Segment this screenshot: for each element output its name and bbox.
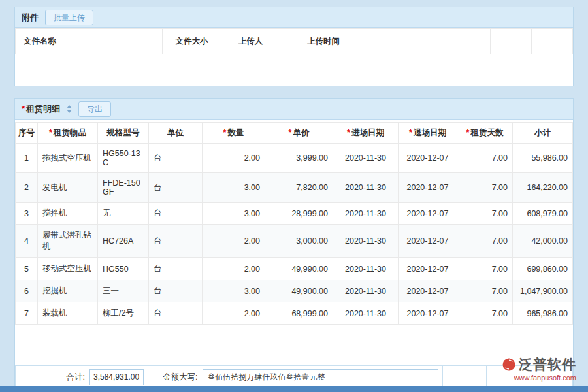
attachment-empty-body — [15, 54, 573, 86]
rental-cell: 49,990.00 — [265, 258, 333, 280]
rental-cell: HG550 — [98, 258, 149, 280]
required-asterisk: * — [22, 104, 25, 114]
rental-cell: 拖拽式空压机 — [38, 144, 98, 173]
rental-panel: *租赁明细 导出 序号*租赁物品规格型号单位*数量*单价*进场日期*退场日期*租… — [14, 98, 574, 392]
rental-cell: 7.00 — [457, 225, 513, 258]
fanpu-logo-row: 泛普软件 — [502, 355, 576, 374]
rental-cell: 2020-11-30 — [333, 280, 399, 302]
rental-cell: 4 — [16, 225, 38, 258]
required-asterisk: * — [409, 128, 412, 137]
attachment-column-header: 文件名称 — [16, 29, 163, 54]
rental-cell: 1 — [16, 144, 38, 173]
rental-cell: 965,986.00 — [513, 302, 573, 325]
rental-cell: 台 — [149, 302, 203, 325]
rental-cell: 台 — [149, 173, 203, 203]
rental-cell: 2020-11-30 — [333, 203, 399, 225]
amount-words-field: 金额大写: 叁佰伍拾捌万肆仟玖佰叁拾壹元整 — [148, 366, 443, 388]
rental-cell: 2.00 — [203, 302, 265, 325]
rental-cell: 2.00 — [203, 258, 265, 280]
rental-cell: 台 — [149, 203, 203, 225]
rental-empty-space — [15, 325, 573, 365]
rental-cell: 7 — [16, 302, 38, 325]
attachment-column-header — [532, 29, 573, 54]
rental-cell: 164,220.00 — [513, 173, 573, 203]
total-label: 合计: — [67, 372, 85, 383]
rental-cell: 699,860.00 — [513, 258, 573, 280]
rental-cell: 2020-12-07 — [399, 280, 457, 302]
attachment-column-header — [367, 29, 408, 54]
rental-cell: 台 — [149, 144, 203, 173]
rental-cell: 3.00 — [203, 280, 265, 302]
rental-column-header: 序号 — [16, 123, 38, 144]
rental-cell: FFDE-150GF — [98, 173, 149, 203]
rental-cell: HG550-13C — [98, 144, 149, 173]
required-asterisk: * — [466, 128, 470, 137]
rental-cell: 2020-11-30 — [333, 144, 399, 173]
rental-cell: 55,986.00 — [513, 144, 573, 173]
attachment-column-header: 上传人 — [221, 29, 280, 54]
rental-row[interactable]: 5移动式空压机HG550台2.0049,990.002020-11-302020… — [16, 258, 573, 280]
rental-column-header: *数量 — [203, 123, 265, 144]
rental-row[interactable]: 7装载机柳工/2号台2.0068,999.002020-11-302020-12… — [16, 302, 573, 325]
rental-column-header: *进场日期 — [333, 123, 399, 144]
rental-cell: HC726A — [98, 225, 149, 258]
rental-cell: 2 — [16, 173, 38, 203]
rental-column-header: 小计 — [513, 123, 573, 144]
rental-row[interactable]: 4履带式潜孔钻机HC726A台2.003,000.002020-11-30202… — [16, 225, 573, 258]
rental-cell: 搅拌机 — [38, 203, 98, 225]
rental-cell: 608,979.00 — [513, 203, 573, 225]
attachment-panel-header: 附件 批量上传 — [15, 7, 573, 28]
export-button[interactable]: 导出 — [78, 101, 111, 117]
rental-cell: 发电机 — [38, 173, 98, 203]
rental-row[interactable]: 3搅拌机无台3.0028,999.002020-11-302020-12-077… — [16, 203, 573, 225]
rental-cell: 2.00 — [203, 144, 265, 173]
rental-cell: 49,900.00 — [265, 280, 333, 302]
rental-cell: 68,999.00 — [265, 302, 333, 325]
fanpu-logo-icon — [502, 357, 516, 372]
rental-cell: 3.00 — [203, 203, 265, 225]
rental-cell: 装载机 — [38, 302, 98, 325]
rental-cell: 台 — [149, 280, 203, 302]
rental-cell: 3.00 — [203, 173, 265, 203]
rental-table: 序号*租赁物品规格型号单位*数量*单价*进场日期*退场日期*租赁天数小计 1拖拽… — [15, 122, 573, 325]
rental-cell: 42,000.00 — [513, 225, 573, 258]
rental-cell: 3,000.00 — [265, 225, 333, 258]
rental-cell: 7.00 — [457, 173, 513, 203]
rental-cell: 履带式潜孔钻机 — [38, 225, 98, 258]
rental-column-header: *租赁天数 — [457, 123, 513, 144]
rental-column-header: 单位 — [149, 123, 203, 144]
rental-cell: 台 — [149, 225, 203, 258]
attachment-panel: 附件 批量上传 文件名称文件大小上传人上传时间 — [14, 7, 574, 86]
rental-cell: 2020-12-07 — [399, 225, 457, 258]
rental-cell: 3,999.00 — [265, 144, 333, 173]
rental-cell: 台 — [149, 258, 203, 280]
amount-words-value: 叁佰伍拾捌万肆仟玖佰叁拾壹元整 — [203, 369, 438, 385]
rental-cell: 2020-11-30 — [333, 225, 399, 258]
rental-cell: 7.00 — [457, 203, 513, 225]
rental-cell: 7.00 — [457, 302, 513, 325]
page: 附件 批量上传 文件名称文件大小上传人上传时间 *租赁明细 导出 序号*租赁物品… — [0, 0, 588, 392]
rental-row[interactable]: 1拖拽式空压机HG550-13C台2.003,999.002020-11-302… — [16, 144, 573, 173]
rental-cell: 移动式空压机 — [38, 258, 98, 280]
rental-cell: 挖掘机 — [38, 280, 98, 302]
sort-arrows-icon[interactable] — [67, 105, 72, 113]
fanpu-logo: 泛普软件 www.fanpusoft.com — [502, 355, 576, 382]
rental-cell: 3 — [16, 203, 38, 225]
rental-panel-header: *租赁明细 导出 — [15, 99, 573, 120]
rental-cell: 2.00 — [203, 225, 265, 258]
rental-row[interactable]: 2发电机FFDE-150GF台3.007,820.002020-11-30202… — [16, 173, 573, 203]
brand-name: 泛普软件 — [519, 355, 576, 374]
rental-cell: 7,820.00 — [265, 173, 333, 203]
attachment-title: 附件 — [22, 12, 39, 24]
rental-cell: 7.00 — [457, 258, 513, 280]
attachment-column-header — [491, 29, 532, 54]
brand-url: www.fanpusoft.com — [502, 374, 576, 382]
rental-row[interactable]: 6挖掘机三一台3.0049,900.002020-11-302020-12-07… — [16, 280, 573, 302]
required-asterisk: * — [49, 128, 52, 137]
summary-row: 合计: 3,584,931.00 金额大写: 叁佰伍拾捌万肆仟玖佰叁拾壹元整 — [15, 365, 573, 389]
rental-title: *租赁明细 — [22, 103, 60, 115]
batch-upload-button[interactable]: 批量上传 — [45, 10, 93, 25]
summary-empty-cell — [443, 366, 487, 388]
rental-column-header: *租赁物品 — [38, 123, 98, 144]
total-value: 3,584,931.00 — [89, 369, 144, 385]
